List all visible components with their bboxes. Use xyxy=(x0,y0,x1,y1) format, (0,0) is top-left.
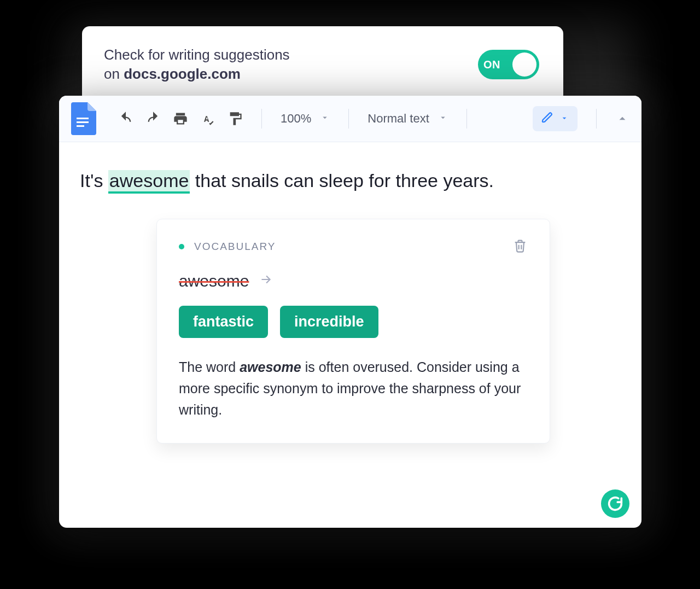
original-word-row: awesome xyxy=(179,272,528,290)
document-body[interactable]: It's awesome that snails can sleep for t… xyxy=(59,142,641,528)
suggestion-category: VOCABULARY xyxy=(194,241,276,253)
collapse-icon[interactable] xyxy=(615,112,629,126)
svg-rect-1 xyxy=(77,121,89,123)
toolbar-separator xyxy=(348,109,349,129)
toolbar-group-history xyxy=(118,111,243,126)
print-icon[interactable] xyxy=(173,111,188,126)
highlighted-word[interactable]: awesome xyxy=(108,170,190,194)
category-dot-icon xyxy=(179,244,184,249)
settings-card: Check for writing suggestions on docs.go… xyxy=(82,26,563,103)
toolbar-separator xyxy=(261,109,262,129)
style-value: Normal text xyxy=(368,112,429,126)
toolbar-separator xyxy=(466,109,467,129)
suggestion-explanation: The word awesome is often overused. Cons… xyxy=(179,357,528,420)
grammarly-badge[interactable] xyxy=(601,489,629,518)
replacement-chips: fantastic incredible xyxy=(179,306,528,338)
suggestion-card: VOCABULARY awesome fantastic incredible … xyxy=(156,219,550,444)
pencil-icon xyxy=(541,112,553,126)
zoom-value: 100% xyxy=(281,112,311,126)
chevron-down-icon xyxy=(560,114,569,124)
toolbar-separator xyxy=(596,109,597,129)
toggle-knob xyxy=(512,53,536,77)
spellcheck-icon[interactable] xyxy=(200,111,215,126)
docs-logo-icon xyxy=(71,102,96,135)
arrow-right-icon xyxy=(259,272,273,290)
zoom-dropdown[interactable]: 100% xyxy=(281,112,330,126)
document-text: It's awesome that snails can sleep for t… xyxy=(80,167,621,194)
editor-window: 100% Normal text xyxy=(59,96,641,528)
explain-pre: The word xyxy=(179,359,240,375)
replacement-chip[interactable]: incredible xyxy=(280,306,378,338)
settings-line1: Check for writing suggestions xyxy=(104,46,290,63)
svg-rect-0 xyxy=(77,118,89,119)
redo-icon[interactable] xyxy=(145,111,161,126)
undo-icon[interactable] xyxy=(118,111,133,126)
settings-line2-prefix: on xyxy=(104,66,124,82)
explain-bold: awesome xyxy=(240,359,301,375)
suggestion-header: VOCABULARY xyxy=(179,238,528,255)
paint-format-icon[interactable] xyxy=(228,111,243,126)
settings-domain: docs.google.com xyxy=(124,66,241,82)
style-dropdown[interactable]: Normal text xyxy=(368,112,447,126)
settings-text: Check for writing suggestions on docs.go… xyxy=(104,45,290,84)
svg-rect-2 xyxy=(77,125,84,127)
toggle-label: ON xyxy=(483,59,500,71)
struck-word: awesome xyxy=(179,272,249,290)
chevron-down-icon xyxy=(438,112,448,126)
editing-mode-button[interactable] xyxy=(533,106,578,131)
chevron-down-icon xyxy=(320,112,330,126)
toolbar: 100% Normal text xyxy=(59,96,641,142)
text-before-highlight: It's xyxy=(80,170,108,191)
replacement-chip[interactable]: fantastic xyxy=(179,306,268,338)
text-after-highlight: that snails can sleep for three years. xyxy=(190,170,494,191)
suggestions-toggle[interactable]: ON xyxy=(478,50,539,79)
dismiss-button[interactable] xyxy=(512,238,528,255)
suggestion-title: VOCABULARY xyxy=(179,241,276,253)
